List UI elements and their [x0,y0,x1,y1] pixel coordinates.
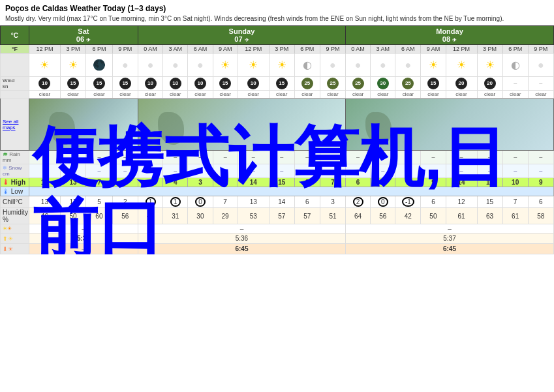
wx-icon-sun-2: ● [163,53,188,77]
wind-sat-1: 10 [29,77,60,91]
high-sun-7: 9 [294,178,320,187]
chill-sat-2: 12 [60,196,85,208]
snow-mon-4: – [421,164,446,178]
wx-icon-sun-8: ● [320,53,345,77]
day-header-row: °C Sat06 ✈ Sunday07 ✈ Monday08 ✈ [1,26,554,45]
high-mon-2: 5 [371,178,395,187]
time-mon-5: 12 PM [446,45,477,53]
chill-sun-3: 0 [188,196,213,208]
rain-sat-1: – [29,151,60,164]
chill-sun-4: 7 [213,196,238,208]
rain-sun-6: – [269,151,294,164]
uv-label: ☀☀ [1,224,29,234]
high-mon-1: 6 [346,178,371,187]
snow-sun-1: – [138,164,162,178]
sunset-mon: 6:45 [346,244,554,254]
hum-sun-2: 31 [163,208,188,224]
map-sun[interactable] [138,98,345,151]
sunrise-row: ⬆☀ 5:36 5:36 5:37 [1,234,554,244]
hum-mon-2: 56 [371,208,395,224]
rain-sun-3: – [188,151,213,164]
see-all-maps-link[interactable]: See allmaps [1,98,29,151]
high-sun-6: 15 [269,178,294,187]
snow-mon-6: – [477,164,502,178]
high-sun-1: 4 [138,178,162,187]
unit-celsius[interactable]: °C [1,26,29,45]
high-mon-6: 16 [477,178,502,187]
high-mon-3: 4 [395,178,421,187]
wind-sun-1: 10 [138,77,162,91]
sunrise-sun: 5:36 [138,234,345,244]
chill-sun-8: 3 [320,196,345,208]
unit-toggle-row: °F 12 PM 3 PM 6 PM 9 PM 0 AM 3 AM 6 AM 9… [1,45,554,53]
icon-label-cell [1,53,29,77]
time-sun-7: 6 PM [294,45,320,53]
wx-icon-mon-2: ● [371,53,395,77]
high-label: 🌡 High [1,178,29,187]
snow-sat-2: – [60,164,85,178]
condition-label [1,91,29,98]
time-sun-2: 3 AM [163,45,188,53]
map-row: See allmaps [1,98,554,151]
low-values [29,187,553,196]
wind-mon-3: 25 [395,77,421,91]
uv-sat: – [29,224,138,234]
time-sun-1: 0 AM [138,45,162,53]
wx-icon-mon-5: ☀ [446,53,477,77]
sunset-label: ⬇☀ [1,244,29,254]
wx-icon-sun-7: ◐ [294,53,320,77]
cond-sun-2: clear [163,91,188,98]
sunrise-label: ⬆☀ [1,234,29,244]
rain-sat-2: – [60,151,85,164]
rain-mon-2: – [371,151,395,164]
cond-mon-3: clear [395,91,421,98]
hum-sat-4: 56 [112,208,138,224]
header-section: Poços de Caldas Weather Today (1–3 days)… [0,0,554,25]
rain-mon-3: – [395,151,421,164]
snow-sun-5: – [238,164,269,178]
rain-mon-7: – [502,151,528,164]
time-mon-2: 3 AM [371,45,395,53]
cond-sat-4: clear [112,91,138,98]
hum-sun-5: 53 [238,208,269,224]
cond-sat-3: clear [85,91,112,98]
snow-sat-4: – [112,164,138,178]
sat-header: Sat06 ✈ [29,26,138,45]
chill-sun-7: 6 [294,196,320,208]
snow-sat-3: – [85,164,112,178]
chill-sun-5: 13 [238,196,269,208]
rain-label: 🌧 Rainmm [1,151,29,164]
wx-icon-sat-1: ☀ [29,53,60,77]
unit-f-toggle[interactable]: °F [1,45,29,53]
cond-sun-4: clear [213,91,238,98]
high-mon-5: 14 [446,178,477,187]
cond-sun-6: clear [269,91,294,98]
map-sat[interactable] [29,98,138,151]
uv-row: ☀☀ – – – [1,224,554,234]
chill-sat-3: 5 [85,196,112,208]
sunset-sun: 6:45 [138,244,345,254]
rain-sun-1: – [138,151,162,164]
snow-mon-8: – [528,164,553,178]
hum-mon-3: 42 [395,208,421,224]
rain-row: 🌧 Rainmm – – – – – – – – – – – – – – – –… [1,151,554,164]
snow-row: ❄ Snowcm – – – – – – – – – – – – – – – –… [1,164,554,178]
wx-icon-mon-7: ◐ [502,53,528,77]
map-mon[interactable] [346,98,554,151]
snow-sun-7: – [294,164,320,178]
hum-sun-3: 30 [188,208,213,224]
wind-sun-8: 25 [320,77,345,91]
snow-sun-8: – [320,164,345,178]
rain-sun-8: – [320,151,345,164]
snow-mon-2: – [371,164,395,178]
chill-sun-1: 1 [138,196,162,208]
chill-label: Chill°C [1,196,29,208]
wind-label: Windkn [1,77,29,91]
rain-mon-4: – [421,151,446,164]
time-sat-1: 12 PM [29,45,60,53]
time-mon-8: 9 PM [528,45,553,53]
wind-sat-3: 15 [85,77,112,91]
hum-mon-7: 61 [502,208,528,224]
hum-sun-8: 51 [320,208,345,224]
wx-icon-mon-6: ☀ [477,53,502,77]
